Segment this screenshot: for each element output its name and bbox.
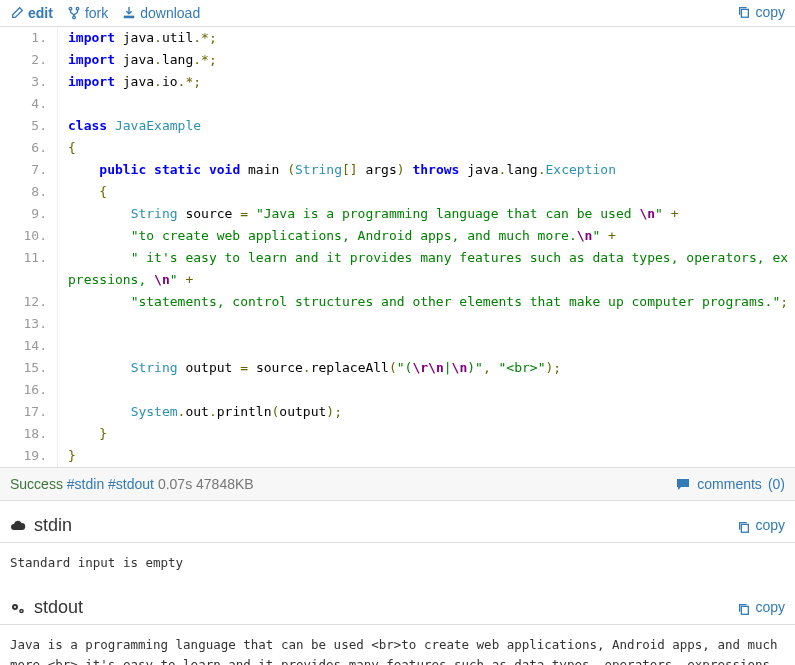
line-number: 4. bbox=[0, 93, 58, 115]
svg-rect-4 bbox=[742, 524, 749, 532]
toolbar: edit fork download copy bbox=[0, 0, 795, 27]
edit-button[interactable]: edit bbox=[10, 5, 53, 21]
code-line: 13. bbox=[0, 313, 795, 335]
code-content: class JavaExample bbox=[58, 115, 795, 137]
line-number: 6. bbox=[0, 137, 58, 159]
stdout-header: stdout copy bbox=[0, 583, 795, 625]
download-icon bbox=[122, 6, 136, 20]
code-line: 4. bbox=[0, 93, 795, 115]
toolbar-right: copy bbox=[737, 4, 785, 22]
code-line: 19.} bbox=[0, 445, 795, 467]
code-content: { bbox=[58, 181, 795, 203]
code-content: { bbox=[58, 137, 795, 159]
code-content: " it's easy to learn and it provides man… bbox=[58, 247, 795, 291]
code-content: System.out.println(output); bbox=[58, 401, 795, 423]
code-line: 10. "to create web applications, Android… bbox=[0, 225, 795, 247]
copy-label: copy bbox=[755, 517, 785, 533]
code-line: 1.import java.util.*; bbox=[0, 27, 795, 49]
stdout-label: stdout bbox=[34, 597, 83, 618]
line-number: 3. bbox=[0, 71, 58, 93]
code-line: 8. { bbox=[0, 181, 795, 203]
code-content: import java.lang.*; bbox=[58, 49, 795, 71]
copy-label: copy bbox=[755, 599, 785, 615]
code-line: 16. bbox=[0, 379, 795, 401]
code-content: String output = source.replaceAll("(\r\n… bbox=[58, 357, 795, 379]
code-content: "statements, control structures and othe… bbox=[58, 291, 795, 313]
code-line: 15. String output = source.replaceAll("(… bbox=[0, 357, 795, 379]
stdin-body: Standard input is empty bbox=[0, 543, 795, 583]
svg-point-0 bbox=[69, 7, 72, 10]
download-label: download bbox=[140, 5, 200, 21]
code-viewer: 1.import java.util.*;2.import java.lang.… bbox=[0, 27, 795, 468]
svg-rect-9 bbox=[742, 606, 749, 614]
status-success: Success bbox=[10, 476, 63, 492]
stdin-label: stdin bbox=[34, 515, 72, 536]
toolbar-left: edit fork download bbox=[10, 5, 200, 21]
code-line: 14. bbox=[0, 335, 795, 357]
status-bar: Success #stdin #stdout 0.07s 47848KB com… bbox=[0, 468, 795, 501]
line-number: 17. bbox=[0, 401, 58, 423]
svg-point-6 bbox=[14, 606, 16, 608]
comment-icon bbox=[675, 476, 691, 492]
code-content bbox=[58, 313, 795, 335]
code-line: 18. } bbox=[0, 423, 795, 445]
svg-point-8 bbox=[21, 610, 23, 612]
svg-point-2 bbox=[73, 16, 76, 19]
line-number: 9. bbox=[0, 203, 58, 225]
code-content bbox=[58, 335, 795, 357]
code-content: import java.io.*; bbox=[58, 71, 795, 93]
line-number: 7. bbox=[0, 159, 58, 181]
code-line: 3.import java.io.*; bbox=[0, 71, 795, 93]
copy-icon bbox=[737, 5, 751, 19]
code-content: public static void main (String[] args) … bbox=[58, 159, 795, 181]
code-content: String source = "Java is a programming l… bbox=[58, 203, 795, 225]
stdin-hash-link[interactable]: #stdin bbox=[67, 476, 104, 492]
line-number: 19. bbox=[0, 445, 58, 467]
fork-label: fork bbox=[85, 5, 108, 21]
copy-stdin-button[interactable]: copy bbox=[737, 517, 785, 533]
cloud-icon bbox=[10, 518, 26, 534]
line-number: 10. bbox=[0, 225, 58, 247]
code-content: import java.util.*; bbox=[58, 27, 795, 49]
comments-label: comments bbox=[697, 476, 762, 492]
status-memory: 47848KB bbox=[196, 476, 254, 492]
code-content bbox=[58, 93, 795, 115]
stdout-hash-link[interactable]: #stdout bbox=[108, 476, 154, 492]
fork-icon bbox=[67, 6, 81, 20]
code-line: 7. public static void main (String[] arg… bbox=[0, 159, 795, 181]
code-line: 17. System.out.println(output); bbox=[0, 401, 795, 423]
code-content: } bbox=[58, 445, 795, 467]
line-number: 8. bbox=[0, 181, 58, 203]
line-number: 11. bbox=[0, 247, 58, 291]
line-number: 2. bbox=[0, 49, 58, 71]
svg-point-1 bbox=[76, 7, 79, 10]
code-line: 2.import java.lang.*; bbox=[0, 49, 795, 71]
line-number: 5. bbox=[0, 115, 58, 137]
gears-icon bbox=[10, 600, 26, 616]
code-content: } bbox=[58, 423, 795, 445]
line-number: 16. bbox=[0, 379, 58, 401]
code-line: 9. String source = "Java is a programmin… bbox=[0, 203, 795, 225]
line-number: 12. bbox=[0, 291, 58, 313]
code-line: 12. "statements, control structures and … bbox=[0, 291, 795, 313]
code-line: 5.class JavaExample bbox=[0, 115, 795, 137]
code-line: 6.{ bbox=[0, 137, 795, 159]
line-number: 18. bbox=[0, 423, 58, 445]
code-content: "to create web applications, Android app… bbox=[58, 225, 795, 247]
status-time: 0.07s bbox=[158, 476, 192, 492]
copy-code-button[interactable]: copy bbox=[737, 4, 785, 20]
stdin-header: stdin copy bbox=[0, 501, 795, 543]
fork-button[interactable]: fork bbox=[67, 5, 108, 21]
line-number: 1. bbox=[0, 27, 58, 49]
stdout-body: Java is a programming language that can … bbox=[0, 625, 795, 665]
edit-icon bbox=[10, 6, 24, 20]
svg-rect-3 bbox=[742, 9, 749, 17]
line-number: 14. bbox=[0, 335, 58, 357]
code-content bbox=[58, 379, 795, 401]
copy-icon bbox=[737, 520, 751, 534]
copy-icon bbox=[737, 602, 751, 616]
comments-link[interactable]: comments (0) bbox=[675, 476, 785, 492]
copy-stdout-button[interactable]: copy bbox=[737, 599, 785, 615]
comments-count: (0) bbox=[768, 476, 785, 492]
download-button[interactable]: download bbox=[122, 5, 200, 21]
